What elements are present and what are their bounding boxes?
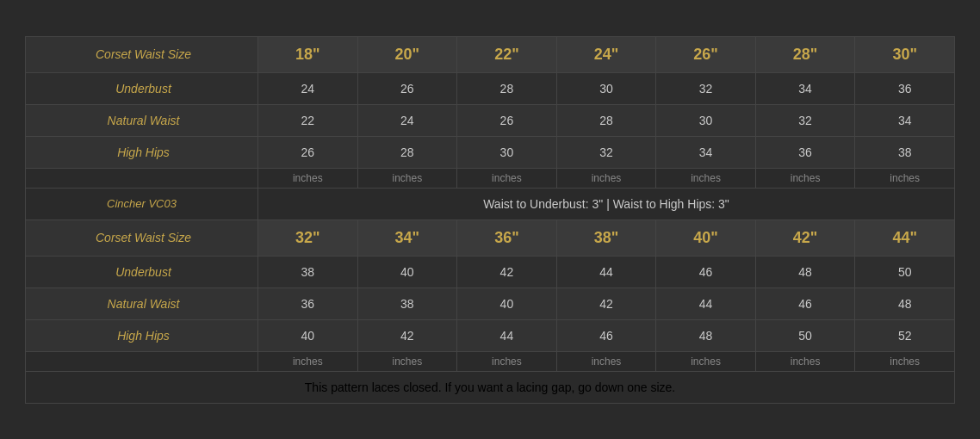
underbust-38: 44 bbox=[556, 256, 656, 288]
cincher-label: Cincher VC03 bbox=[26, 188, 258, 220]
natural-waist-label-2: Natural Waist bbox=[26, 288, 258, 319]
inches-1-1: inches bbox=[357, 168, 457, 188]
size-22: 22" bbox=[457, 36, 557, 72]
footer-text: This pattern laces closed. If you want a… bbox=[26, 371, 955, 403]
high-hips-18: 26 bbox=[258, 136, 358, 168]
underbust-row-2: Underbust 38 40 42 44 46 48 50 bbox=[26, 256, 955, 288]
underbust-44: 50 bbox=[855, 256, 955, 288]
size-30: 30" bbox=[855, 36, 955, 72]
underbust-label-1: Underbust bbox=[26, 72, 258, 104]
natural-waist-32: 36 bbox=[258, 288, 358, 319]
size-44: 44" bbox=[855, 220, 955, 256]
size-chart-table: Corset Waist Size 18" 20" 22" 24" 26" 28… bbox=[25, 36, 955, 404]
high-hips-42: 50 bbox=[755, 319, 855, 351]
size-18: 18" bbox=[258, 36, 358, 72]
inches-row-1: inches inches inches inches inches inche… bbox=[26, 168, 955, 188]
high-hips-38: 46 bbox=[556, 319, 656, 351]
inches-empty-2 bbox=[26, 351, 258, 371]
size-34: 34" bbox=[357, 220, 457, 256]
inches-1-2: inches bbox=[457, 168, 557, 188]
inches-1-3: inches bbox=[556, 168, 656, 188]
underbust-40: 46 bbox=[656, 256, 756, 288]
underbust-24: 30 bbox=[556, 72, 656, 104]
size-24: 24" bbox=[556, 36, 656, 72]
main-container: Corset Waist Size 18" 20" 22" 24" 26" 28… bbox=[16, 28, 964, 412]
high-hips-26: 34 bbox=[656, 136, 756, 168]
high-hips-34: 42 bbox=[357, 319, 457, 351]
corset-waist-size-label-2: Corset Waist Size bbox=[26, 220, 258, 256]
size-28: 28" bbox=[755, 36, 855, 72]
cincher-row: Cincher VC03 Waist to Underbust: 3" | Wa… bbox=[26, 188, 955, 220]
high-hips-label-2: High Hips bbox=[26, 319, 258, 351]
inches-row-2: inches inches inches inches inches inche… bbox=[26, 351, 955, 371]
high-hips-44: 52 bbox=[855, 319, 955, 351]
size-32: 32" bbox=[258, 220, 358, 256]
size-40: 40" bbox=[656, 220, 756, 256]
underbust-26: 32 bbox=[656, 72, 756, 104]
natural-waist-28: 32 bbox=[755, 104, 855, 136]
inches-2-3: inches bbox=[556, 351, 656, 371]
underbust-28: 34 bbox=[755, 72, 855, 104]
natural-waist-18: 22 bbox=[258, 104, 358, 136]
size-42: 42" bbox=[755, 220, 855, 256]
inches-1-0: inches bbox=[258, 168, 358, 188]
high-hips-row-1: High Hips 26 28 30 32 34 36 38 bbox=[26, 136, 955, 168]
natural-waist-34: 38 bbox=[357, 288, 457, 319]
high-hips-28: 36 bbox=[755, 136, 855, 168]
high-hips-22: 30 bbox=[457, 136, 557, 168]
size-38: 38" bbox=[556, 220, 656, 256]
inches-2-1: inches bbox=[357, 351, 457, 371]
underbust-42: 48 bbox=[755, 256, 855, 288]
underbust-row-1: Underbust 24 26 28 30 32 34 36 bbox=[26, 72, 955, 104]
footer-row: This pattern laces closed. If you want a… bbox=[26, 371, 955, 403]
underbust-36: 42 bbox=[457, 256, 557, 288]
natural-waist-label-1: Natural Waist bbox=[26, 104, 258, 136]
natural-waist-20: 24 bbox=[357, 104, 457, 136]
high-hips-24: 32 bbox=[556, 136, 656, 168]
inches-2-6: inches bbox=[855, 351, 955, 371]
high-hips-20: 28 bbox=[357, 136, 457, 168]
underbust-20: 26 bbox=[357, 72, 457, 104]
inches-1-6: inches bbox=[855, 168, 955, 188]
high-hips-label-1: High Hips bbox=[26, 136, 258, 168]
high-hips-row-2: High Hips 40 42 44 46 48 50 52 bbox=[26, 319, 955, 351]
underbust-22: 28 bbox=[457, 72, 557, 104]
size-36: 36" bbox=[457, 220, 557, 256]
underbust-34: 40 bbox=[357, 256, 457, 288]
natural-waist-row-2: Natural Waist 36 38 40 42 44 46 48 bbox=[26, 288, 955, 319]
high-hips-36: 44 bbox=[457, 319, 557, 351]
high-hips-40: 48 bbox=[656, 319, 756, 351]
inches-2-0: inches bbox=[258, 351, 358, 371]
natural-waist-30: 34 bbox=[855, 104, 955, 136]
underbust-30: 36 bbox=[855, 72, 955, 104]
natural-waist-40: 44 bbox=[656, 288, 756, 319]
natural-waist-42: 46 bbox=[755, 288, 855, 319]
inches-1-4: inches bbox=[656, 168, 756, 188]
natural-waist-row-1: Natural Waist 22 24 26 28 30 32 34 bbox=[26, 104, 955, 136]
underbust-18: 24 bbox=[258, 72, 358, 104]
natural-waist-36: 40 bbox=[457, 288, 557, 319]
section1-header-row: Corset Waist Size 18" 20" 22" 24" 26" 28… bbox=[26, 36, 955, 72]
natural-waist-26: 30 bbox=[656, 104, 756, 136]
inches-1-5: inches bbox=[755, 168, 855, 188]
high-hips-32: 40 bbox=[258, 319, 358, 351]
corset-waist-size-label-1: Corset Waist Size bbox=[26, 36, 258, 72]
natural-waist-22: 26 bbox=[457, 104, 557, 136]
cincher-info: Waist to Underbust: 3" | Waist to High H… bbox=[258, 188, 955, 220]
natural-waist-38: 42 bbox=[556, 288, 656, 319]
natural-waist-44: 48 bbox=[855, 288, 955, 319]
size-26: 26" bbox=[656, 36, 756, 72]
size-20: 20" bbox=[357, 36, 457, 72]
underbust-label-2: Underbust bbox=[26, 256, 258, 288]
underbust-32: 38 bbox=[258, 256, 358, 288]
inches-empty-1 bbox=[26, 168, 258, 188]
inches-2-5: inches bbox=[755, 351, 855, 371]
inches-2-4: inches bbox=[656, 351, 756, 371]
inches-2-2: inches bbox=[457, 351, 557, 371]
high-hips-30: 38 bbox=[855, 136, 955, 168]
section2-header-row: Corset Waist Size 32" 34" 36" 38" 40" 42… bbox=[26, 220, 955, 256]
natural-waist-24: 28 bbox=[556, 104, 656, 136]
